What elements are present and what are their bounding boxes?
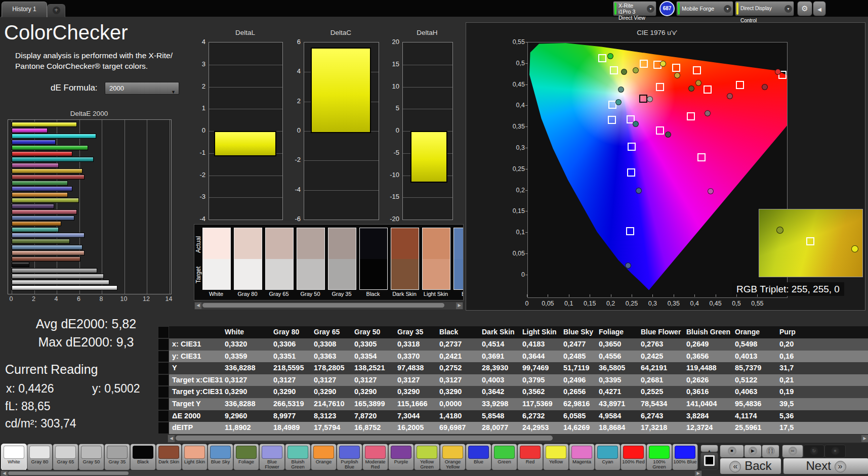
patch-button-gray-80[interactable]: Gray 80 xyxy=(27,444,53,470)
scroll-left-icon[interactable]: ◀ xyxy=(1,471,8,476)
workflow-dropdown[interactable]: Direct Display Control ▼ xyxy=(735,1,794,16)
chevron-left-icon: ◀ xyxy=(817,7,821,12)
scrollbar-thumb[interactable] xyxy=(202,303,444,308)
patch-button-blue-flower[interactable]: Blue Flower xyxy=(259,444,285,470)
patch-button-green[interactable]: Green xyxy=(491,444,517,470)
patch-button-gray-65[interactable]: Gray 65 xyxy=(53,444,78,470)
patch-button-purple[interactable]: Purple xyxy=(388,444,414,470)
actual-color xyxy=(360,228,387,259)
patch-button-foliage[interactable]: Foliage xyxy=(233,444,259,470)
table-row: Y336,8288218,5595178,2805138,252197,4838… xyxy=(158,362,868,374)
axis-tick-label: 0 xyxy=(190,126,205,134)
patch-button-light-skin[interactable]: Light Skin xyxy=(182,444,208,470)
cie-white-point-glow xyxy=(528,42,787,297)
patch-button-100-green[interactable]: 100% Green xyxy=(646,444,672,470)
pattern-window-button[interactable] xyxy=(700,452,718,470)
de-formula-select[interactable]: 2000 ▼ xyxy=(105,82,179,95)
patch-button-magenta[interactable]: Magenta xyxy=(569,444,595,470)
patch-button-100-red[interactable]: 100% Red xyxy=(621,444,646,470)
scroll-right-icon[interactable]: ▶ xyxy=(695,471,701,476)
refresh-button[interactable]: ↻ xyxy=(803,445,824,458)
stop-button[interactable]: ■ xyxy=(720,445,744,458)
table-header-cell: Black xyxy=(437,326,480,338)
strip-scrollbar[interactable]: ◀ ▶ xyxy=(194,301,464,310)
scrollbar-thumb[interactable] xyxy=(176,436,553,441)
cie-chart-title: CIE 1976 u'v' xyxy=(527,29,787,36)
row-gripper[interactable] xyxy=(158,351,169,363)
grid-line xyxy=(147,120,147,294)
patch-button-blue[interactable]: Blue xyxy=(466,444,491,470)
table-header-cell: Dark Skin xyxy=(480,326,520,338)
source-dropdown[interactable]: Mobile Forge ▼ xyxy=(676,1,733,16)
row-gripper[interactable] xyxy=(158,374,169,386)
table-header-cell xyxy=(170,326,223,338)
patch-button-yellow[interactable]: Yellow xyxy=(543,444,569,470)
patch-color-chip xyxy=(184,446,205,459)
patch-label: Dark Skin xyxy=(389,291,420,297)
deltae-bar xyxy=(12,186,72,191)
patch-button-yellow-green[interactable]: Yellow Green xyxy=(414,444,440,470)
record-button[interactable]: ● xyxy=(824,445,846,458)
scroll-left-icon[interactable]: ◀ xyxy=(195,302,201,309)
add-history-tab-button[interactable]: + xyxy=(47,4,65,17)
patch-button-gray-35[interactable]: Gray 35 xyxy=(104,444,130,470)
collapse-panel-button[interactable]: ◀ xyxy=(813,1,826,16)
meter-dropdown[interactable]: X-Rite i1Pro 3 Direct View ▼ xyxy=(613,1,656,16)
patch-button-100-blue[interactable]: 100% Blue xyxy=(672,444,698,470)
scroll-left-icon[interactable]: ◀ xyxy=(168,435,175,442)
scroll-right-icon[interactable]: ▶ xyxy=(456,302,463,309)
plus-icon: + xyxy=(53,7,60,14)
patch-button-orange-yellow[interactable]: Orange Yellow xyxy=(440,444,466,470)
pattern-size-button[interactable]: [·] xyxy=(762,445,779,458)
table-cell: 0,3290 xyxy=(312,386,352,398)
settings-button[interactable]: ⚙ xyxy=(797,1,812,16)
table-cell: 33,9298 xyxy=(480,398,520,410)
scrollbar-thumb[interactable] xyxy=(8,471,129,475)
row-gripper[interactable] xyxy=(158,338,169,351)
patch-button-label: Black xyxy=(131,459,155,464)
tick-mark xyxy=(525,63,528,64)
patch-button-bluish-green[interactable]: Bluish Green xyxy=(285,444,311,470)
patch-button-cyan[interactable]: Cyan xyxy=(595,444,621,470)
tab-history-1[interactable]: History 1 xyxy=(2,2,47,17)
next-button[interactable]: Next » xyxy=(783,458,868,474)
scroll-right-icon[interactable]: ▶ xyxy=(861,435,868,442)
table-cell: 25,5961 xyxy=(733,422,777,434)
row-gripper[interactable] xyxy=(158,386,169,398)
patch-button-gray-50[interactable]: Gray 50 xyxy=(78,444,104,470)
table-scrollbar[interactable]: ◀ ▶ xyxy=(167,434,868,443)
patch-color-chip xyxy=(597,446,618,459)
tick-mark xyxy=(757,294,758,297)
toolbar-scrollbar[interactable]: ◀ ▶ xyxy=(0,470,702,476)
compare-patch xyxy=(453,228,464,290)
table-cell: 0,3290 xyxy=(437,386,480,398)
patch-button-dark-skin[interactable]: Dark Skin xyxy=(156,444,182,470)
patch-button-moderate-red[interactable]: Moderate Red xyxy=(362,444,388,470)
play-button[interactable]: ▶ xyxy=(744,445,762,458)
row-gripper[interactable] xyxy=(158,398,169,410)
table-cell: 115,1666 xyxy=(395,398,437,410)
table-cell: 0,3290 xyxy=(352,386,395,398)
patch-button-purplish-blue[interactable]: Purplish Blue xyxy=(337,444,362,470)
patch-button-white[interactable]: White xyxy=(1,444,27,470)
row-label-cell: ΔE 2000 xyxy=(170,410,223,422)
cie-ytick-label: 0,55 xyxy=(506,38,525,46)
measured-circle-marker xyxy=(647,96,653,102)
row-gripper[interactable] xyxy=(158,410,169,422)
grid-line xyxy=(403,109,452,109)
loop-button[interactable]: ∞ xyxy=(782,445,803,458)
patch-button-label: Gray 80 xyxy=(27,459,52,464)
patch-label: Gray 65 xyxy=(263,291,295,297)
target-color xyxy=(203,259,230,290)
row-gripper[interactable] xyxy=(158,422,169,434)
grid-line xyxy=(209,87,282,88)
patch-button-black[interactable]: Black xyxy=(130,444,156,470)
patch-button-orange[interactable]: Orange xyxy=(311,444,337,470)
pattern-popup-button[interactable]: ▲ xyxy=(700,445,718,452)
patch-button-blue-sky[interactable]: Blue Sky xyxy=(208,444,233,470)
row-gripper[interactable] xyxy=(158,362,169,374)
patch-button-red[interactable]: Red xyxy=(517,444,543,470)
back-button[interactable]: « Back xyxy=(720,458,781,474)
target-color xyxy=(234,259,262,290)
axis-tick-label: 15 xyxy=(384,60,399,68)
